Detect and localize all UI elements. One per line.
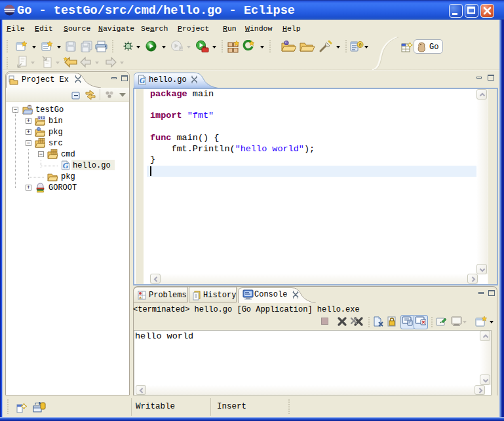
svg-text:G: G <box>63 161 69 170</box>
svg-text:0: 0 <box>359 43 361 48</box>
svg-text:010: 010 <box>38 116 45 120</box>
svg-text:G: G <box>140 76 145 85</box>
